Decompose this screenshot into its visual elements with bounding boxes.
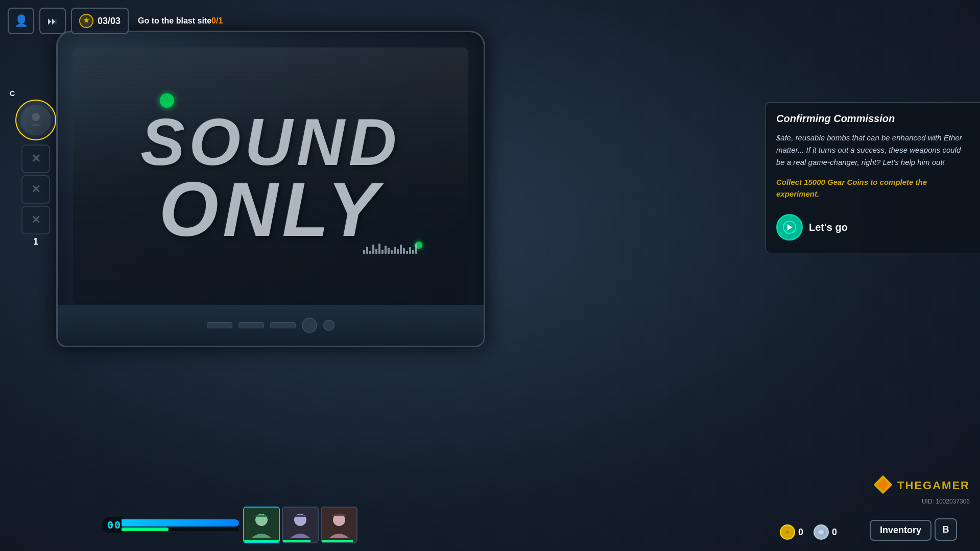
character-slot-2[interactable]: ✕: [21, 145, 50, 173]
top-hud: 👤 ⏭ 03/03 Go to the blast site 0/1: [8, 8, 227, 34]
tv-small-btn[interactable]: [323, 320, 334, 331]
lets-go-label: Let's go: [809, 222, 848, 233]
character-avatar[interactable]: [15, 100, 56, 140]
sp-bar-bg: [122, 528, 239, 531]
commission-description: $afe, reusable bombs that can be enhance…: [776, 132, 970, 169]
uid-text: UID: 1002037306: [873, 498, 970, 505]
sound-label: SOUND: [140, 109, 400, 175]
portrait-2[interactable]: [282, 507, 319, 543]
bar: [369, 251, 371, 254]
bar: [385, 246, 387, 254]
bar: [391, 250, 393, 254]
bar: [412, 250, 414, 254]
tv-btn: [270, 322, 296, 328]
gem-icon: [814, 524, 829, 540]
character-slot-3[interactable]: ✕: [21, 175, 50, 204]
lets-go-button[interactable]: Let's go: [776, 212, 848, 243]
commission-title: Confirming Commission: [776, 113, 970, 125]
b-label: B: [943, 524, 949, 535]
bar: [415, 244, 417, 254]
quest-display: Go to the blast site 0/1: [134, 16, 227, 26]
quest-progress: 0/1: [211, 16, 223, 26]
portrait-face-2: [283, 508, 318, 542]
portrait-1[interactable]: [243, 507, 280, 543]
bar: [381, 250, 384, 254]
bar: [375, 249, 377, 254]
portrait-hp-2: [283, 540, 318, 542]
bar: [388, 248, 390, 254]
skip-forward-icon: ⏭: [47, 15, 58, 27]
portrait-face-3: [322, 508, 356, 542]
tv-controls: [58, 305, 484, 346]
bar: [394, 247, 396, 254]
watermark: THEGAMER UID: 1002037306: [873, 474, 970, 505]
bar: [400, 245, 402, 254]
gear-coin-icon: [780, 524, 795, 540]
green-indicator-1: [160, 93, 174, 108]
character-button[interactable]: 👤: [8, 8, 34, 34]
empty-slot-icon: ✕: [31, 183, 40, 196]
portrait-hp-1: [244, 540, 279, 542]
character-panel: C ✕ ✕ ✕ 1: [8, 89, 64, 247]
lets-go-icon: [776, 214, 803, 241]
slot-number: 1: [8, 236, 64, 247]
brand-text: THEGAMER: [897, 479, 970, 492]
audio-wave: [363, 244, 417, 254]
gear-counter-value: 03/03: [98, 16, 121, 27]
bar: [372, 245, 374, 254]
tv-monitor: SOUND ONLY: [56, 31, 485, 347]
character-slot-4[interactable]: ✕: [21, 206, 50, 234]
bar: [366, 247, 368, 254]
tv-screen: SOUND ONLY: [73, 47, 468, 305]
commission-quest-text: Collect 15000 Gear Coins to complete the…: [776, 177, 970, 200]
tv-power-btn[interactable]: [302, 318, 317, 333]
tv-btn: [207, 322, 232, 328]
gear-coins-value: 0: [798, 527, 803, 538]
svg-point-0: [32, 113, 40, 121]
gear-currency-icon: [79, 14, 93, 28]
bar: [406, 251, 408, 254]
sp-bar-fill: [122, 528, 169, 531]
bar: [403, 248, 405, 254]
player-status: 00: [102, 507, 357, 543]
empty-slot-icon: ✕: [31, 152, 40, 165]
b-button[interactable]: B: [935, 518, 957, 541]
svg-point-9: [786, 531, 790, 534]
tv-btn: [238, 322, 264, 328]
inventory-button[interactable]: Inventory: [870, 520, 931, 541]
skip-button[interactable]: ⏭: [39, 8, 66, 34]
hp-bar-fill: [122, 519, 239, 526]
gems-value: 0: [832, 527, 837, 538]
inventory-label: Inventory: [880, 525, 921, 535]
currency-area: 0 0: [780, 524, 837, 540]
bar: [409, 247, 411, 254]
portrait-face-1: [244, 508, 279, 542]
portrait-hp-3: [322, 540, 356, 542]
hp-bars: [122, 519, 239, 531]
bottom-hud: 00: [0, 508, 980, 551]
bar: [397, 249, 399, 254]
bar: [378, 244, 380, 254]
only-label: ONLY: [140, 175, 400, 244]
character-portraits: [243, 507, 357, 543]
empty-slot-icon: ✕: [31, 213, 40, 227]
avatar-inner: [20, 105, 51, 135]
person-icon: 👤: [14, 14, 28, 28]
quest-label: Go to the blast site: [138, 16, 211, 26]
watermark-diamond-icon: [873, 474, 893, 495]
hp-bar-bg: [122, 519, 239, 526]
portrait-3[interactable]: [321, 507, 357, 543]
gear-coins-display: 0: [780, 524, 803, 540]
bar: [363, 250, 365, 254]
watermark-logo: THEGAMER: [873, 474, 970, 497]
commission-panel: Confirming Commission $afe, reusable bom…: [766, 102, 980, 253]
panel-label: C: [10, 89, 64, 98]
gems-display: 0: [814, 524, 837, 540]
sound-only-display: SOUND ONLY: [140, 109, 400, 244]
gear-counter: 03/03: [71, 8, 129, 34]
